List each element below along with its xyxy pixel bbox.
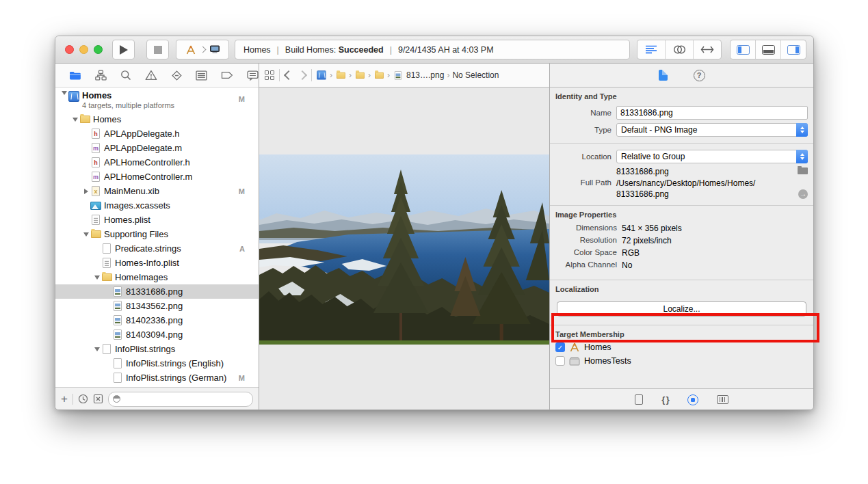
png-file-icon	[112, 286, 123, 297]
status-badge: M	[239, 374, 245, 382]
name-field[interactable]	[616, 106, 808, 120]
utilities-inspector: ? Identity and Type Name Type Default - …	[549, 64, 813, 410]
run-button[interactable]	[112, 40, 135, 59]
file-template-library-icon[interactable]	[635, 394, 643, 405]
disclosure-triangle[interactable]	[92, 347, 101, 351]
open-path-arrow-icon[interactable]: →	[798, 189, 808, 199]
disclosure-triangle[interactable]	[92, 275, 101, 280]
file-name: Homes-Info.plist	[115, 258, 179, 268]
scheme-selector[interactable]	[176, 40, 229, 59]
breakpoint-navigator-icon[interactable]	[221, 71, 233, 79]
tree-row-file-clipped[interactable]: Localizable.strings M	[55, 385, 259, 387]
quick-help-tab-icon[interactable]: ?	[694, 70, 705, 81]
folder-icon[interactable]	[336, 70, 345, 80]
test-navigator-icon[interactable]	[171, 70, 183, 81]
group-name: Homes	[93, 114, 121, 124]
disclosure-triangle[interactable]	[60, 91, 68, 95]
location-popup[interactable]: Relative to Group	[616, 150, 808, 163]
related-items-icon[interactable]	[265, 70, 275, 81]
tree-row-file[interactable]: h APLAppDelegate.h	[55, 126, 259, 141]
close-window-button[interactable]	[65, 45, 74, 54]
disclosure-triangle[interactable]	[70, 118, 79, 122]
disclosure-triangle[interactable]	[81, 232, 90, 237]
project-navigator-icon[interactable]	[69, 70, 81, 81]
report-navigator-icon[interactable]	[247, 70, 259, 81]
tree-row-file[interactable]: m APLAppDelegate.m	[55, 141, 259, 155]
stop-button[interactable]	[146, 40, 169, 59]
disclosure-triangle[interactable]	[81, 189, 90, 194]
preview-image	[259, 154, 549, 345]
tree-row-file[interactable]: InfoPlist.strings (English)	[55, 356, 259, 371]
section-title: Image Properties	[550, 206, 813, 221]
tree-row-file[interactable]: Homes.plist	[55, 213, 259, 227]
section-title: Identity and Type	[550, 88, 813, 103]
go-forward-button[interactable]	[298, 70, 307, 80]
divider	[279, 69, 280, 81]
tree-row-file[interactable]: 81403094.png	[55, 327, 259, 342]
tree-row-group[interactable]: HomeImages	[55, 270, 259, 284]
tree-row-group[interactable]: Homes	[55, 112, 259, 126]
tree-row-file[interactable]: h APLHomeController.h	[55, 155, 259, 170]
add-button[interactable]: +	[61, 393, 68, 405]
recent-files-icon[interactable]	[78, 394, 88, 404]
project-icon[interactable]	[317, 70, 326, 80]
target-checkbox-checked[interactable]: ✓	[555, 342, 565, 352]
project-subtitle: 4 targets, multiple platforms	[82, 101, 174, 109]
location-value: Relative to Group	[621, 152, 685, 161]
media-library-icon[interactable]	[717, 395, 728, 404]
standard-editor-button[interactable]	[637, 40, 666, 59]
tree-row-file[interactable]: Predicate.strings A	[55, 241, 259, 256]
code-snippet-library-icon[interactable]: { }	[661, 394, 669, 405]
activity-status-bar[interactable]: Homes | Build Homes: Succeeded | 9/24/14…	[235, 40, 630, 59]
version-editor-button[interactable]	[694, 40, 721, 59]
folder-icon[interactable]	[374, 70, 384, 80]
folder-icon[interactable]	[355, 70, 365, 80]
source-control-status-icon[interactable]	[93, 394, 103, 404]
show-in-finder-icon[interactable]	[798, 167, 808, 174]
minimize-window-button[interactable]	[79, 45, 88, 54]
filter-field[interactable]	[108, 392, 253, 407]
debug-navigator-icon[interactable]	[196, 70, 207, 81]
tree-row-file[interactable]: InfoPlist.strings (German) M	[55, 371, 259, 385]
target-row: HomesTests	[550, 354, 813, 368]
zoom-window-button[interactable]	[94, 45, 103, 54]
jump-bar: › › › › 813….png › No Selection	[259, 64, 549, 88]
strings-file-icon	[101, 344, 112, 355]
image-properties-section: Image Properties Dimensions541 × 356 pix…	[550, 205, 813, 270]
file-inspector-tab-icon[interactable]	[659, 70, 668, 81]
filter-icon	[113, 395, 120, 403]
find-navigator-icon[interactable]	[120, 70, 131, 81]
toggle-utilities-button[interactable]	[781, 40, 806, 59]
group-name: Supporting Files	[104, 229, 168, 239]
breadcrumb-selection[interactable]: No Selection	[452, 70, 499, 80]
png-file-icon	[112, 315, 123, 326]
tree-row-project[interactable]: Homes4 targets, multiple platforms M	[55, 90, 259, 112]
tree-row-group[interactable]: Supporting Files	[55, 227, 259, 241]
target-checkbox-unchecked[interactable]	[555, 356, 565, 366]
file-name: APLAppDelegate.h	[104, 129, 180, 139]
tree-row-file[interactable]: Homes-Info.plist	[55, 256, 259, 270]
tree-row-file[interactable]: m APLHomeController.m	[55, 170, 259, 184]
plist-file-icon	[101, 258, 112, 269]
go-back-button[interactable]	[284, 70, 293, 80]
toggle-navigator-button[interactable]	[731, 40, 756, 59]
breadcrumb-file[interactable]: 813….png	[406, 70, 444, 80]
png-file-icon[interactable]	[393, 70, 403, 80]
tree-row-file-selected[interactable]: 81331686.png	[55, 284, 259, 299]
tree-row-group[interactable]: InfoPlist.strings	[55, 342, 259, 356]
file-name: APLHomeController.m	[104, 172, 192, 182]
tree-row-file[interactable]: Images.xcassets	[55, 198, 259, 213]
version-editor-icon	[700, 46, 714, 53]
tree-row-file[interactable]: 81402336.png	[55, 313, 259, 327]
issue-navigator-icon[interactable]	[145, 70, 157, 81]
object-library-icon[interactable]	[687, 394, 698, 405]
navigator-filter-bar: +	[55, 387, 259, 410]
assistant-editor-button[interactable]	[666, 40, 694, 59]
symbol-navigator-icon[interactable]	[95, 70, 107, 81]
tree-row-file[interactable]: 81343562.png	[55, 299, 259, 313]
tree-row-file[interactable]: x MainMenu.xib M	[55, 184, 259, 198]
file-name: InfoPlist.strings (English)	[126, 358, 224, 368]
toggle-debug-area-button[interactable]	[756, 40, 781, 59]
type-popup[interactable]: Default - PNG Image	[616, 123, 808, 137]
localization-section: Localization Localize...	[550, 280, 813, 317]
